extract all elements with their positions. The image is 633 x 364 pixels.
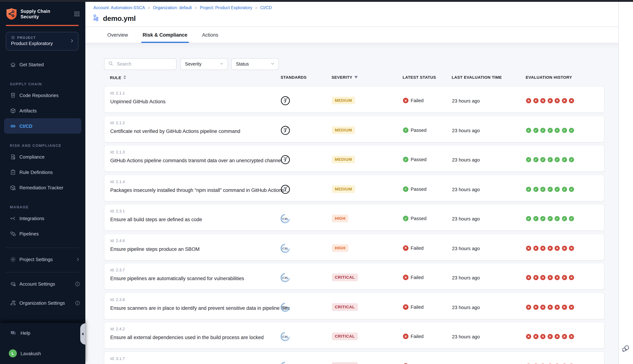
- breadcrumb-link[interactable]: Project: Product Exploratory: [200, 6, 252, 10]
- history-fail-icon[interactable]: ✕: [533, 334, 538, 339]
- history-fail-icon[interactable]: ✕: [540, 98, 546, 103]
- history-pass-icon[interactable]: ✓: [540, 128, 546, 133]
- user-menu[interactable]: L Lavakush: [0, 348, 85, 359]
- history-pass-icon[interactable]: ✓: [533, 186, 538, 192]
- history-fail-icon[interactable]: ✕: [533, 275, 538, 280]
- sidebar-item-remediation-tracker[interactable]: Remediation Tracker: [0, 180, 85, 195]
- breadcrumb-link[interactable]: Account: Automation-SSCA: [94, 6, 145, 10]
- history-fail-icon[interactable]: ✕: [548, 304, 552, 310]
- column-header-history[interactable]: EVALUATION HISTORY: [526, 75, 572, 80]
- table-row[interactable]: Id: 2.4.2Ensure all external dependencie…: [104, 322, 604, 348]
- column-header-severity[interactable]: SEVERITY: [332, 75, 358, 80]
- history-fail-icon[interactable]: ✕: [562, 334, 567, 339]
- history-fail-icon[interactable]: ✕: [533, 304, 538, 310]
- history-fail-icon[interactable]: ✕: [562, 246, 567, 251]
- history-fail-icon[interactable]: ✕: [554, 246, 560, 251]
- history-fail-icon[interactable]: ✕: [554, 275, 560, 280]
- sidebar-item-artifacts[interactable]: Artifacts: [0, 103, 85, 118]
- info-icon[interactable]: [75, 281, 80, 286]
- history-pass-icon[interactable]: ✓: [554, 186, 560, 192]
- sort-desc-icon[interactable]: [354, 75, 358, 80]
- history-pass-icon[interactable]: ✓: [548, 157, 552, 162]
- history-pass-icon[interactable]: ✓: [548, 128, 552, 133]
- tab-actions[interactable]: Actions: [201, 27, 219, 43]
- table-row[interactable]: Id: 2.3.8Ensure scanners are in place to…: [104, 292, 604, 319]
- history-pass-icon[interactable]: ✓: [540, 186, 546, 192]
- sidebar-item-pipelines[interactable]: Pipelines: [0, 226, 85, 241]
- history-pass-icon[interactable]: ✓: [562, 157, 567, 162]
- history-pass-icon[interactable]: ✓: [526, 186, 531, 192]
- column-header-time[interactable]: LAST EVALUATION TIME: [452, 75, 502, 80]
- history-fail-icon[interactable]: ✕: [548, 98, 552, 103]
- history-fail-icon[interactable]: ✕: [548, 246, 552, 251]
- table-row[interactable]: Id: 2.4.6Ensure pipeline steps produce a…: [104, 234, 604, 260]
- history-pass-icon[interactable]: ✓: [526, 216, 531, 221]
- history-fail-icon[interactable]: ✕: [533, 98, 538, 103]
- history-fail-icon[interactable]: ✕: [540, 304, 546, 310]
- sort-icon[interactable]: [123, 75, 126, 80]
- module-grid-icon[interactable]: [74, 11, 80, 18]
- breadcrumb-link[interactable]: CI/CD: [260, 6, 272, 10]
- history-fail-icon[interactable]: ✕: [526, 304, 531, 310]
- history-fail-icon[interactable]: ✕: [533, 246, 538, 251]
- history-fail-icon[interactable]: ✕: [526, 334, 531, 339]
- search-input[interactable]: [116, 61, 172, 67]
- history-pass-icon[interactable]: ✓: [569, 157, 574, 162]
- history-pass-icon[interactable]: ✓: [533, 128, 538, 133]
- history-fail-icon[interactable]: ✕: [554, 334, 560, 339]
- chat-bubbles-icon[interactable]: [621, 344, 630, 354]
- history-fail-icon[interactable]: ✕: [569, 246, 574, 251]
- table-row[interactable]: Id: 2.1.4Packages insecurely installed t…: [104, 174, 604, 201]
- severity-filter-dropdown[interactable]: Severity: [180, 58, 228, 70]
- history-fail-icon[interactable]: ✕: [569, 275, 574, 280]
- column-header-rule[interactable]: RULE: [110, 75, 126, 80]
- history-pass-icon[interactable]: ✓: [562, 128, 567, 133]
- history-fail-icon[interactable]: ✕: [540, 334, 546, 339]
- breadcrumb-link[interactable]: Organization: default: [153, 6, 192, 10]
- history-fail-icon[interactable]: ✕: [569, 304, 574, 310]
- history-pass-icon[interactable]: ✓: [562, 216, 567, 221]
- sidebar-item-project-settings[interactable]: Project Settings: [0, 252, 85, 267]
- history-pass-icon[interactable]: ✓: [562, 186, 567, 192]
- history-fail-icon[interactable]: ✕: [562, 98, 567, 103]
- table-row[interactable]: Id: 2.1.3GitHub Actions pipeline command…: [104, 145, 604, 172]
- history-pass-icon[interactable]: ✓: [526, 128, 531, 133]
- sidebar-item-code-repositories[interactable]: Code Repositories: [0, 88, 85, 103]
- history-pass-icon[interactable]: ✓: [554, 128, 560, 133]
- sidebar-item-account-settings[interactable]: Account Settings: [0, 276, 85, 292]
- history-pass-icon[interactable]: ✓: [548, 216, 552, 221]
- history-fail-icon[interactable]: ✕: [526, 275, 531, 280]
- history-fail-icon[interactable]: ✕: [548, 275, 552, 280]
- sidebar-item-rule-definitions[interactable]: Rule Definitions: [0, 164, 85, 180]
- tab-overview[interactable]: Overview: [106, 27, 129, 43]
- status-filter-dropdown[interactable]: Status: [231, 58, 279, 70]
- history-pass-icon[interactable]: ✓: [533, 157, 538, 162]
- history-pass-icon[interactable]: ✓: [540, 216, 546, 221]
- history-fail-icon[interactable]: ✕: [554, 304, 560, 310]
- info-icon[interactable]: [75, 300, 80, 306]
- history-pass-icon[interactable]: ✓: [554, 157, 560, 162]
- history-fail-icon[interactable]: ✕: [554, 98, 560, 103]
- history-fail-icon[interactable]: ✕: [540, 246, 546, 251]
- column-header-status[interactable]: LATEST STATUS: [402, 75, 436, 80]
- sidebar-item-organization-settings[interactable]: Organization Settings: [0, 295, 85, 310]
- history-pass-icon[interactable]: ✓: [569, 186, 574, 192]
- history-fail-icon[interactable]: ✕: [540, 275, 546, 280]
- history-pass-icon[interactable]: ✓: [569, 128, 574, 133]
- history-pass-icon[interactable]: ✓: [569, 216, 574, 221]
- history-fail-icon[interactable]: ✕: [526, 98, 531, 103]
- history-fail-icon[interactable]: ✕: [526, 246, 531, 251]
- sidebar-collapse-handle[interactable]: [80, 323, 85, 344]
- table-row[interactable]: Id: 3.1.7CISCRITICAL✕Failed23 hours ago✕…: [104, 351, 604, 364]
- table-row[interactable]: Id: 2.1.2Certificate not verified by Git…: [104, 116, 604, 142]
- table-row[interactable]: Id: 2.3.7Ensure pipelines are automatica…: [104, 263, 604, 290]
- history-fail-icon[interactable]: ✕: [569, 334, 574, 339]
- history-pass-icon[interactable]: ✓: [526, 157, 531, 162]
- table-row[interactable]: Id: 2.1.1Unpinned GitHub ActionsMEDIUM✕F…: [104, 86, 604, 113]
- history-pass-icon[interactable]: ✓: [554, 216, 560, 221]
- project-selector[interactable]: PROJECT Product Exploratory: [6, 32, 78, 50]
- history-pass-icon[interactable]: ✓: [533, 216, 538, 221]
- tab-risk-compliance[interactable]: Risk & Compliance: [142, 27, 188, 43]
- sidebar-item-compliance[interactable]: Compliance: [0, 149, 85, 164]
- history-fail-icon[interactable]: ✕: [548, 334, 552, 339]
